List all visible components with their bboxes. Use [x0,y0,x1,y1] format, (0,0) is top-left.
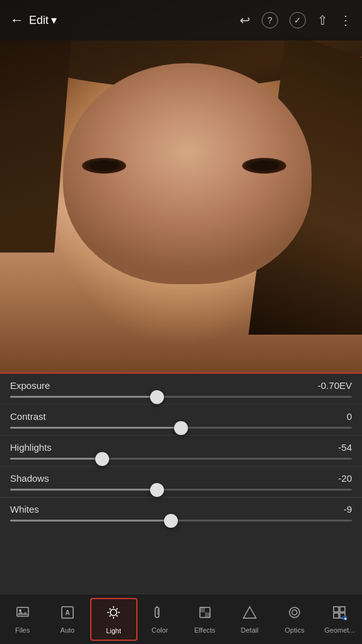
svg-rect-18 [200,607,205,612]
exposure-control: Exposure -0.70EV [10,374,352,404]
svg-point-5 [110,609,117,616]
svg-rect-15 [157,609,159,615]
whites-slider[interactable] [10,520,352,522]
bottom-bar: Files A Auto Light [0,593,362,644]
undo-button[interactable]: ↩ [240,13,250,28]
svg-rect-23 [334,607,339,612]
svg-text:★: ★ [344,617,347,620]
shadows-value: -20 [338,473,352,484]
eye-right [242,158,286,174]
photo-area [0,0,362,373]
tab-light[interactable]: Light [90,598,137,641]
light-label: Light [106,627,121,635]
eye-left [82,158,126,174]
svg-marker-1 [17,611,28,615]
detail-icon [242,605,257,624]
svg-line-10 [110,608,111,609]
exposure-label: Exposure [10,380,50,391]
svg-line-13 [110,615,111,616]
exposure-slider[interactable] [10,396,352,398]
shadows-label: Shadows [10,473,49,484]
exposure-fill [10,396,157,398]
whites-label: Whites [10,504,39,515]
top-bar: ← Edit ▾ ↩ ? ✓ ⇧ ⋮ [0,0,362,40]
edit-title[interactable]: Edit ▾ [29,13,57,27]
geometry-icon: ★ [332,605,347,624]
contrast-thumb[interactable] [174,421,188,435]
exposure-value: -0.70EV [318,380,352,391]
svg-point-2 [19,609,21,612]
whites-fill [10,520,171,522]
svg-point-21 [289,607,300,617]
share-button[interactable]: ⇧ [317,13,328,28]
highlights-slider[interactable] [10,458,352,460]
highlights-label: Highlights [10,442,52,453]
light-icon [105,604,122,624]
help-button[interactable]: ? [262,12,278,28]
highlights-control: Highlights -54 [10,436,352,466]
svg-rect-19 [205,612,210,617]
tab-color[interactable]: Color [137,600,182,639]
highlights-thumb[interactable] [95,452,109,466]
tab-optics[interactable]: Optics [272,600,317,639]
contrast-fill [10,427,181,429]
face [63,63,312,284]
contrast-slider[interactable] [10,427,352,429]
highlights-value: -54 [338,442,352,453]
svg-rect-25 [334,613,339,618]
color-icon [152,605,167,624]
svg-line-11 [117,615,118,616]
contrast-control: Contrast 0 [10,405,352,435]
tab-auto[interactable]: A Auto [45,600,90,639]
svg-point-22 [292,610,297,615]
svg-marker-20 [243,607,256,618]
auto-icon: A [60,605,75,624]
svg-text:A: A [65,609,69,616]
contrast-value: 0 [347,411,352,422]
auto-label: Auto [61,626,75,634]
more-button[interactable]: ⋮ [339,13,352,28]
whites-value: -9 [344,504,352,515]
shadows-fill [10,489,157,491]
tab-detail[interactable]: Detail [227,600,272,639]
controls-panel: Exposure -0.70EV Contrast 0 Highlights -… [0,373,362,597]
highlights-fill [10,458,102,460]
whites-thumb[interactable] [164,514,178,528]
svg-line-12 [117,608,118,609]
optics-label: Optics [285,626,305,634]
svg-rect-24 [340,607,345,612]
shadows-slider[interactable] [10,489,352,491]
tab-effects[interactable]: Effects [182,600,227,639]
effects-label: Effects [194,626,215,634]
files-label: Files [15,626,30,634]
shadows-thumb[interactable] [150,483,164,497]
files-icon [15,605,30,624]
back-button[interactable]: ← [10,12,24,28]
top-bar-right: ↩ ? ✓ ⇧ ⋮ [240,12,352,28]
effects-icon [197,605,213,624]
done-button[interactable]: ✓ [289,12,306,28]
tab-geometry[interactable]: ★ Geomet... [317,600,362,639]
tab-files[interactable]: Files [0,600,45,639]
geometry-label: Geomet... [324,626,354,634]
whites-control: Whites -9 [10,498,352,528]
exposure-thumb[interactable] [150,390,164,404]
contrast-label: Contrast [10,411,46,422]
shadows-control: Shadows -20 [10,467,352,497]
color-label: Color [151,626,168,634]
top-bar-left: ← Edit ▾ [10,12,57,28]
optics-icon [287,605,302,624]
detail-label: Detail [241,626,259,634]
